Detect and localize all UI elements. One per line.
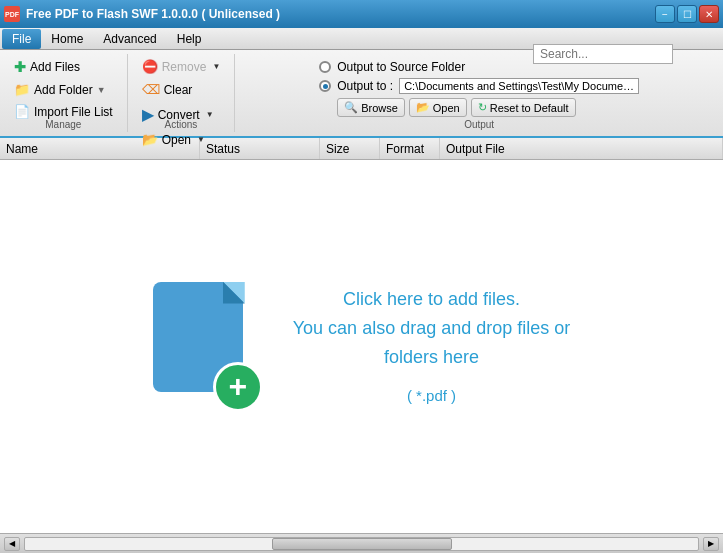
output-path[interactable]: C:\Documents and Settings\Test\My Docume… [399, 78, 639, 94]
add-files-button[interactable]: ✚ Add Files [8, 56, 119, 78]
scroll-right-button[interactable]: ▶ [703, 537, 719, 551]
remove-button[interactable]: ⛔ Remove ▼ [134, 56, 229, 77]
drop-line1: Click here to add files. [293, 285, 571, 314]
drop-line2: You can also drag and drop files or [293, 314, 571, 343]
scrollbar-thumb[interactable] [272, 538, 452, 550]
source-folder-radio[interactable] [319, 61, 331, 73]
import-icon: 📄 [14, 104, 30, 119]
maximize-button[interactable]: ☐ [677, 5, 697, 23]
status-bar: ◀ ▶ [0, 533, 723, 553]
open-button[interactable]: 📂 Open ▼ [134, 129, 229, 150]
add-folder-icon: 📁 [14, 82, 30, 97]
scroll-left-button[interactable]: ◀ [4, 537, 20, 551]
add-folder-button[interactable]: 📁 Add Folder ▼ [8, 79, 119, 100]
menu-item-help[interactable]: Help [167, 29, 212, 49]
drop-text: Click here to add files. You can also dr… [293, 285, 571, 407]
menu-bar: File Home Advanced Help [0, 28, 723, 50]
col-header-size: Size [320, 138, 380, 159]
open-folder-icon: 📂 [416, 101, 430, 114]
menu-item-advanced[interactable]: Advanced [93, 29, 166, 49]
reset-to-default-button[interactable]: ↻ Reset to Default [471, 98, 576, 117]
actions-group-label: Actions [165, 119, 198, 130]
reset-icon: ↻ [478, 101, 487, 114]
output-group-label: Output [464, 119, 494, 130]
output-to-radio[interactable] [319, 80, 331, 92]
column-headers: Name Status Size Format Output File [0, 138, 723, 160]
drop-zone[interactable]: + Click here to add files. You can also … [0, 160, 723, 533]
convert-icon: ▶ [142, 105, 154, 124]
output-to-label: Output to : [337, 79, 393, 93]
open-icon: 📂 [142, 132, 158, 147]
open-arrow: ▼ [197, 135, 205, 144]
add-files-icon: ✚ [14, 59, 26, 75]
ribbon-group-actions: ⛔ Remove ▼ ⌫ Clear ▶ Convert ▼ 📂 Open ▼ … [128, 54, 236, 132]
plus-icon: + [213, 362, 263, 412]
drop-line4: ( *.pdf ) [293, 384, 571, 408]
remove-icon: ⛔ [142, 59, 158, 74]
browse-button[interactable]: 🔍 Browse [337, 98, 405, 117]
clear-button[interactable]: ⌫ Clear [134, 79, 229, 100]
browse-icon: 🔍 [344, 101, 358, 114]
convert-arrow: ▼ [206, 110, 214, 119]
add-folder-arrow: ▼ [97, 85, 106, 95]
scrollbar[interactable] [24, 537, 699, 551]
menu-item-home[interactable]: Home [41, 29, 93, 49]
window-controls: − ☐ ✕ [655, 5, 719, 23]
title-bar: PDF Free PDF to Flash SWF 1.0.0.0 ( Unli… [0, 0, 723, 28]
col-header-output-file: Output File [440, 138, 723, 159]
manage-group-label: Manage [45, 119, 81, 130]
drop-line3: folders here [293, 343, 571, 372]
file-icon: + [153, 282, 263, 412]
main-area: + Click here to add files. You can also … [0, 160, 723, 533]
ribbon-group-output: Output to Source Folder Output to : C:\D… [235, 54, 723, 132]
app-title: Free PDF to Flash SWF 1.0.0.0 ( Unlicens… [26, 7, 280, 21]
menu-item-file[interactable]: File [2, 29, 41, 49]
ribbon: ✚ Add Files 📁 Add Folder ▼ 📄 Import File… [0, 50, 723, 138]
source-folder-label: Output to Source Folder [337, 60, 465, 74]
app-icon: PDF [4, 6, 20, 22]
minimize-button[interactable]: − [655, 5, 675, 23]
col-header-format: Format [380, 138, 440, 159]
open-folder-button[interactable]: 📂 Open [409, 98, 467, 117]
ribbon-group-manage: ✚ Add Files 📁 Add Folder ▼ 📄 Import File… [0, 54, 128, 132]
remove-arrow: ▼ [212, 62, 220, 71]
clear-icon: ⌫ [142, 82, 160, 97]
close-button[interactable]: ✕ [699, 5, 719, 23]
